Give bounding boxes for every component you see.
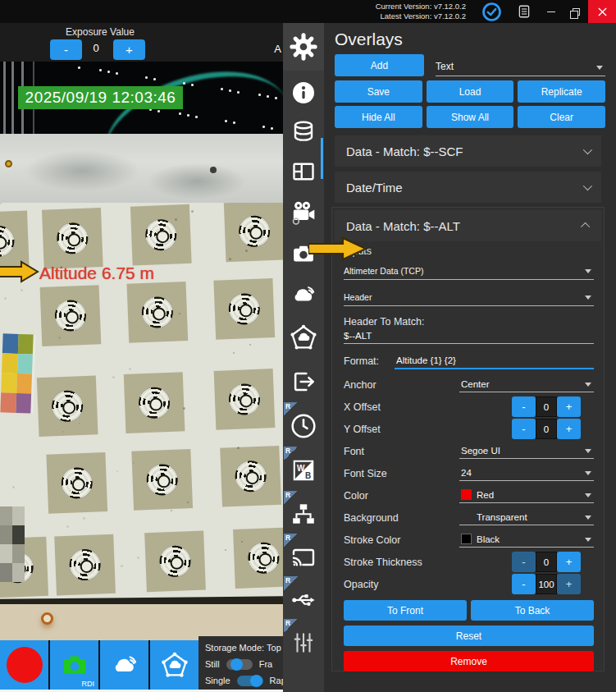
section-data-match-alt-container: Data - Match: $--ALT Inputs Altimeter Da… <box>331 207 605 671</box>
close-button[interactable] <box>588 0 616 23</box>
section-date-time[interactable]: Date/Time <box>335 172 601 203</box>
pentagon-network-button[interactable] <box>150 640 198 690</box>
load-button[interactable]: Load <box>427 80 514 103</box>
background-dropdown[interactable]: Transparent <box>459 511 594 525</box>
opacity-label: Opacity <box>344 579 512 590</box>
section-data-match-scf[interactable]: Data - Match: $--SCF <box>335 135 601 167</box>
version-info: Current Version: v7.12.0.2 Latest Versio… <box>376 2 466 22</box>
still-frame-toggle[interactable] <box>226 659 253 670</box>
inputs-label: Inputs <box>335 245 602 260</box>
save-button[interactable]: Save <box>335 80 422 103</box>
single-rapid-toggle[interactable] <box>237 676 263 686</box>
chevron-down-icon <box>583 145 592 154</box>
minimize-icon <box>547 11 555 12</box>
cast-screen-icon[interactable]: R <box>283 538 324 576</box>
calibration-wall <box>0 203 283 599</box>
font-size-dropdown[interactable]: 24 <box>459 466 594 481</box>
exposure-decrease-button[interactable]: - <box>50 39 82 60</box>
calibration-target-tile <box>220 446 281 507</box>
chevron-down-icon <box>585 538 591 542</box>
header-to-match-input[interactable]: $--ALT <box>344 331 594 344</box>
calibration-target-tile <box>131 449 193 511</box>
format-input[interactable]: Altitude {1} {2} <box>395 354 594 369</box>
toolbar: R R W B R R <box>283 23 324 692</box>
stroke-thickness-stepper: - 0 + <box>512 552 581 572</box>
info-icon[interactable] <box>283 74 324 112</box>
record-badge: R <box>284 576 298 590</box>
network-devices-icon[interactable]: R <box>283 496 324 534</box>
cloud-upload-icon[interactable] <box>283 276 324 314</box>
timer-clock-icon[interactable]: R <box>283 407 324 445</box>
x-offset-decrease-button[interactable]: - <box>512 396 536 417</box>
remove-button[interactable]: Remove <box>344 651 594 671</box>
stroke-thickness-decrease-button[interactable]: - <box>512 552 536 572</box>
reset-button[interactable]: Reset <box>344 626 594 646</box>
chevron-down-icon <box>585 449 591 453</box>
show-all-button[interactable]: Show All <box>427 106 514 128</box>
anchor-dropdown[interactable]: Center <box>459 378 594 392</box>
restore-button[interactable] <box>564 0 588 23</box>
release-notes-icon[interactable] <box>517 4 532 19</box>
stroke-thickness-value[interactable]: 0 <box>536 552 557 572</box>
hide-all-button[interactable]: Hide All <box>335 106 422 128</box>
exposure-increase-button[interactable]: + <box>113 39 145 60</box>
calibration-target-tile <box>144 531 206 593</box>
snapshot-button[interactable]: RDI <box>50 640 98 690</box>
data-sources-icon[interactable] <box>283 113 324 151</box>
section-pointer-arrow <box>308 236 367 261</box>
camera-live-view: 2025/09/19 12:03:46 Altitude 6.75 m <box>0 62 283 640</box>
adjustment-sliders-icon[interactable]: R <box>283 624 324 662</box>
green-camera-icon <box>58 651 91 679</box>
record-button[interactable] <box>0 640 48 690</box>
x-offset-label: X Offset <box>344 401 512 413</box>
match-field-dropdown[interactable]: Header <box>344 288 594 306</box>
usb-icon[interactable]: R <box>283 581 324 619</box>
altitude-pointer-arrow <box>0 260 39 283</box>
clear-button[interactable]: Clear <box>518 106 605 128</box>
calibration-target-tile <box>214 369 276 430</box>
chevron-down-icon <box>583 181 592 190</box>
exposure-value: 0 <box>85 42 107 54</box>
overlay-type-dropdown[interactable]: Text <box>436 54 605 76</box>
x-offset-stepper: - 0 + <box>512 396 581 417</box>
to-front-button[interactable]: To Front <box>344 600 467 621</box>
pentagon-network-icon[interactable] <box>283 319 324 356</box>
x-offset-increase-button[interactable]: + <box>557 396 581 417</box>
cloud-upload-button[interactable] <box>100 640 148 690</box>
y-offset-increase-button[interactable]: + <box>557 419 581 439</box>
calibration-target-tile <box>130 204 192 266</box>
add-button[interactable]: Add <box>335 54 424 76</box>
stroke-thickness-increase-button[interactable]: + <box>557 552 581 572</box>
x-offset-value[interactable]: 0 <box>536 396 557 417</box>
opacity-value[interactable]: 100 <box>536 574 557 594</box>
color-swatch <box>461 489 472 500</box>
replicate-button[interactable]: Replicate <box>518 80 605 103</box>
to-back-button[interactable]: To Back <box>471 600 594 621</box>
white-balance-icon[interactable]: R W B <box>283 451 324 489</box>
camera-panel: Exposure Value - 0 + A <box>0 23 283 692</box>
minimize-button[interactable] <box>539 0 564 23</box>
update-check-icon[interactable] <box>481 2 502 22</box>
overlays-layout-icon[interactable] <box>283 153 324 190</box>
record-badge: R <box>284 534 298 548</box>
export-icon[interactable] <box>283 363 324 401</box>
color-label: Color <box>344 490 459 502</box>
stroke-color-label: Stroke Color <box>344 534 459 546</box>
chevron-down-icon <box>585 493 591 497</box>
section-data-match-alt[interactable]: Data - Match: $--ALT <box>335 210 601 241</box>
stroke-color-dropdown[interactable]: Black <box>459 532 594 548</box>
input-source-dropdown[interactable]: Altimeter Data (TCP) <box>344 262 594 280</box>
video-camera-icon[interactable] <box>283 194 324 231</box>
y-offset-value[interactable]: 0 <box>536 419 557 439</box>
stroke-thickness-label: Stroke Thickness <box>344 557 512 568</box>
opacity-decrease-button[interactable]: - <box>512 574 536 594</box>
opacity-increase-button[interactable]: + <box>557 574 581 594</box>
calibration-target-tile <box>213 278 275 340</box>
settings-gear-icon[interactable] <box>283 23 324 71</box>
font-dropdown[interactable]: Segoe UI <box>459 444 594 459</box>
y-offset-decrease-button[interactable]: - <box>512 419 536 439</box>
latest-version: Latest Version: v7.12.0.2 <box>376 11 466 21</box>
color-dropdown[interactable]: Red <box>459 488 594 503</box>
close-icon <box>598 7 607 16</box>
record-badge: R <box>284 619 298 633</box>
